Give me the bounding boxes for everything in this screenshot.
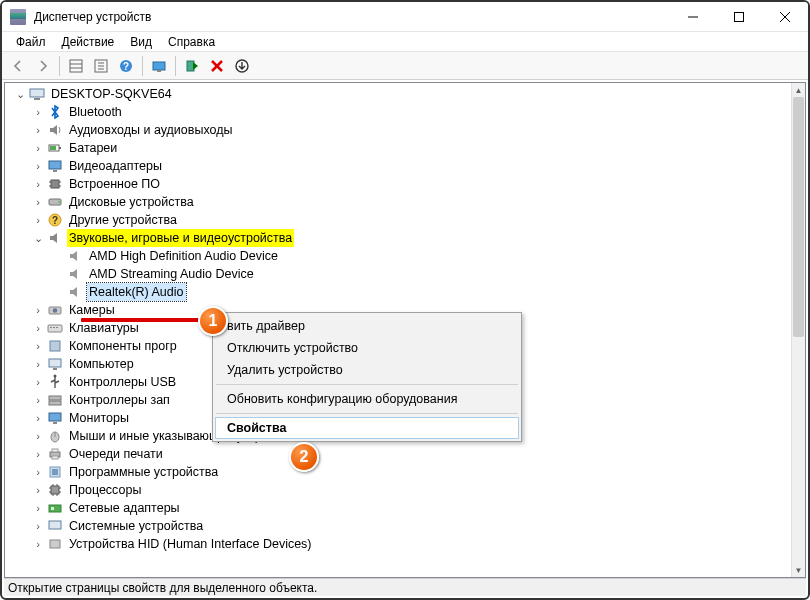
tree-system[interactable]: ›Системные устройства [9, 517, 805, 535]
tree-cpus[interactable]: ›Процессоры [9, 481, 805, 499]
tree-label: Звуковые, игровые и видеоустройства [67, 229, 294, 247]
ctx-scan-hardware[interactable]: Обновить конфигурацию оборудования [215, 388, 519, 410]
toolbar-help-button[interactable]: ? [114, 54, 138, 78]
toolbar-forward-button[interactable] [31, 54, 55, 78]
expand-icon[interactable]: › [31, 483, 45, 497]
menu-action[interactable]: Действие [54, 33, 123, 51]
tree-bluetooth[interactable]: ›Bluetooth [9, 103, 805, 121]
menu-help[interactable]: Справка [160, 33, 223, 51]
tree-display[interactable]: ›Видеоадаптеры [9, 157, 805, 175]
printer-icon [47, 446, 63, 462]
tree-label: AMD High Definition Audio Device [87, 247, 280, 265]
app-icon [10, 9, 26, 25]
expand-icon[interactable]: › [31, 411, 45, 425]
expand-icon[interactable]: › [31, 501, 45, 515]
scrollbar-thumb[interactable] [793, 97, 804, 337]
speaker-icon [67, 284, 83, 300]
ctx-label: вить драйвер [227, 319, 305, 333]
speaker-icon [47, 230, 63, 246]
expand-icon[interactable]: › [31, 393, 45, 407]
disk-icon [47, 194, 63, 210]
svg-rect-47 [49, 413, 61, 421]
expand-icon[interactable]: › [31, 195, 45, 209]
toolbar-update-button[interactable] [230, 54, 254, 78]
tree-label: Другие устройства [67, 211, 179, 229]
svg-rect-45 [49, 396, 61, 400]
tree-sound-category[interactable]: ⌄Звуковые, игровые и видеоустройства [9, 229, 805, 247]
tree-network[interactable]: ›Сетевые адаптеры [9, 499, 805, 517]
expand-icon[interactable]: › [31, 321, 45, 335]
expand-icon[interactable]: › [31, 375, 45, 389]
tree-label: Очереди печати [67, 445, 165, 463]
svg-rect-23 [50, 146, 56, 150]
toolbar-enable-button[interactable] [180, 54, 204, 78]
expand-icon[interactable]: › [31, 429, 45, 443]
collapse-icon[interactable]: ⌄ [13, 87, 27, 101]
tree-batteries[interactable]: ›Батареи [9, 139, 805, 157]
tree-other[interactable]: ›?Другие устройства [9, 211, 805, 229]
storage-icon [47, 392, 63, 408]
expand-icon[interactable]: › [31, 123, 45, 137]
scroll-down-icon[interactable]: ▼ [792, 563, 805, 577]
tree-sound-amd-stream[interactable]: AMD Streaming Audio Device [9, 265, 805, 283]
svg-rect-25 [53, 170, 57, 172]
expand-icon[interactable]: › [31, 519, 45, 533]
ctx-separator [216, 384, 518, 385]
tree-root[interactable]: ⌄ DESKTOP-SQKVE64 [9, 85, 805, 103]
toolbar-scan-button[interactable] [147, 54, 171, 78]
close-button[interactable] [762, 2, 808, 31]
tree-label: DESKTOP-SQKVE64 [49, 85, 174, 103]
tree-label: Realtek(R) Audio [87, 283, 186, 301]
tree-firmware[interactable]: ›Встроенное ПО [9, 175, 805, 193]
toolbar-separator [59, 56, 60, 76]
svg-rect-39 [53, 327, 55, 328]
menu-file[interactable]: Файл [8, 33, 54, 51]
expand-icon[interactable]: › [31, 141, 45, 155]
vertical-scrollbar[interactable]: ▲ ▼ [791, 83, 805, 577]
ctx-label: Свойства [227, 421, 286, 435]
svg-point-44 [54, 375, 57, 378]
tree-audio-io[interactable]: ›Аудиовходы и аудиовыходы [9, 121, 805, 139]
svg-rect-41 [50, 341, 60, 351]
menu-view[interactable]: Вид [122, 33, 160, 51]
toolbar-show-tree-button[interactable] [64, 54, 88, 78]
svg-text:?: ? [123, 61, 129, 72]
tree-label: Процессоры [67, 481, 143, 499]
ctx-update-driver[interactable]: вить драйвер [215, 315, 519, 337]
svg-rect-65 [49, 505, 61, 512]
scroll-up-icon[interactable]: ▲ [792, 83, 805, 97]
tree-label: Встроенное ПО [67, 175, 162, 193]
ctx-uninstall-device[interactable]: Удалить устройство [215, 359, 519, 381]
expand-icon[interactable]: › [31, 177, 45, 191]
svg-rect-46 [49, 401, 61, 405]
expand-icon[interactable]: › [31, 465, 45, 479]
svg-rect-1 [735, 12, 744, 21]
camera-icon [47, 302, 63, 318]
expand-icon[interactable]: › [31, 105, 45, 119]
tree-hid[interactable]: ›Устройства HID (Human Interface Devices… [9, 535, 805, 553]
expand-icon[interactable]: › [31, 213, 45, 227]
collapse-icon[interactable]: ⌄ [31, 231, 45, 245]
tree-sound-amd-hd[interactable]: AMD High Definition Audio Device [9, 247, 805, 265]
expand-icon[interactable]: › [31, 447, 45, 461]
tree-label: Контроллеры USB [67, 373, 178, 391]
svg-rect-37 [48, 325, 62, 332]
toolbar-back-button[interactable] [6, 54, 30, 78]
toolbar-properties-button[interactable] [89, 54, 113, 78]
expand-icon[interactable]: › [31, 339, 45, 353]
ctx-properties[interactable]: Свойства [215, 417, 519, 439]
toolbar-uninstall-button[interactable] [205, 54, 229, 78]
expand-icon[interactable]: › [31, 537, 45, 551]
expand-icon[interactable]: › [31, 357, 45, 371]
tree-disk[interactable]: ›Дисковые устройства [9, 193, 805, 211]
minimize-button[interactable] [670, 2, 716, 31]
expand-icon[interactable]: › [31, 159, 45, 173]
svg-rect-55 [52, 469, 58, 475]
tree-software-devices[interactable]: ›Программные устройства [9, 463, 805, 481]
tree-print-queues[interactable]: ›Очереди печати [9, 445, 805, 463]
maximize-button[interactable] [716, 2, 762, 31]
tree-sound-realtek[interactable]: Realtek(R) Audio [9, 283, 805, 301]
ctx-disable-device[interactable]: Отключить устройство [215, 337, 519, 359]
svg-rect-22 [59, 147, 61, 149]
expand-icon[interactable]: › [31, 303, 45, 317]
